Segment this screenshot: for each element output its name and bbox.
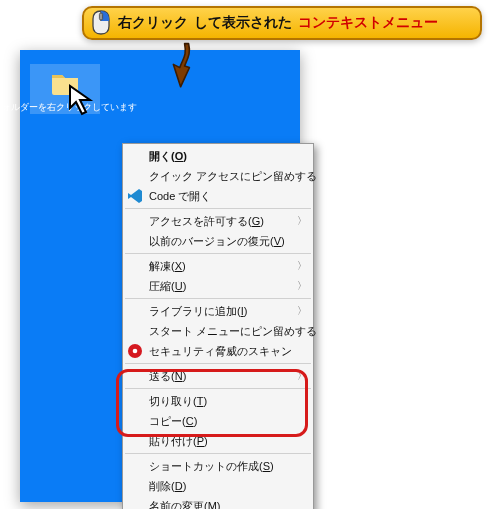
mouse-icon — [90, 10, 112, 36]
chevron-right-icon: 〉 — [297, 211, 307, 231]
chevron-right-icon: 〉 — [297, 256, 307, 276]
menu-separator — [125, 208, 311, 209]
svg-rect-0 — [99, 13, 102, 20]
menu-separator — [125, 363, 311, 364]
menu-add-library[interactable]: ライブラリに追加(I) 〉 — [123, 301, 313, 321]
vscode-icon — [127, 188, 143, 204]
callout-text-3: コンテキストメニュー — [298, 14, 438, 32]
menu-open[interactable]: 開く(O) — [123, 146, 313, 166]
arrow-icon — [164, 42, 194, 90]
menu-separator — [125, 298, 311, 299]
menu-extract[interactable]: 解凍(X) 〉 — [123, 256, 313, 276]
callout-text-2: して表示された — [194, 14, 292, 32]
svg-point-2 — [133, 349, 138, 354]
menu-security-scan[interactable]: セキュリティ脅威のスキャン — [123, 341, 313, 361]
chevron-right-icon: 〉 — [297, 366, 307, 386]
menu-copy[interactable]: コピー(C) — [123, 411, 313, 431]
menu-rename[interactable]: 名前の変更(M) — [123, 496, 313, 509]
menu-separator — [125, 388, 311, 389]
menu-restore-previous[interactable]: 以前のバージョンの復元(V) — [123, 231, 313, 251]
menu-pin-start[interactable]: スタート メニューにピン留めする — [123, 321, 313, 341]
desktop-area: フォルダーを右クリックしています 開く(O) クイック アクセスにピン留めする … — [20, 50, 300, 502]
menu-compress[interactable]: 圧縮(U) 〉 — [123, 276, 313, 296]
chevron-right-icon: 〉 — [297, 301, 307, 321]
menu-cut[interactable]: 切り取り(T) — [123, 391, 313, 411]
menu-separator — [125, 253, 311, 254]
menu-code-open[interactable]: Code で開く — [123, 186, 313, 206]
menu-pin-quick-access[interactable]: クイック アクセスにピン留めする — [123, 166, 313, 186]
security-icon — [127, 343, 143, 359]
callout-text-1: 右クリック — [118, 14, 188, 32]
menu-grant-access[interactable]: アクセスを許可する(G) 〉 — [123, 211, 313, 231]
chevron-right-icon: 〉 — [297, 276, 307, 296]
menu-create-shortcut[interactable]: ショートカットの作成(S) — [123, 456, 313, 476]
menu-send-to[interactable]: 送る(N) 〉 — [123, 366, 313, 386]
cursor-icon — [68, 84, 100, 116]
context-menu: 開く(O) クイック アクセスにピン留めする Code で開く アクセスを許可す… — [122, 143, 314, 509]
menu-separator — [125, 453, 311, 454]
menu-delete[interactable]: 削除(D) — [123, 476, 313, 496]
instruction-callout: 右クリック して表示された コンテキストメニュー — [82, 6, 482, 40]
menu-paste[interactable]: 貼り付け(P) — [123, 431, 313, 451]
desktop-folder-selected[interactable]: フォルダーを右クリックしています — [30, 64, 100, 114]
